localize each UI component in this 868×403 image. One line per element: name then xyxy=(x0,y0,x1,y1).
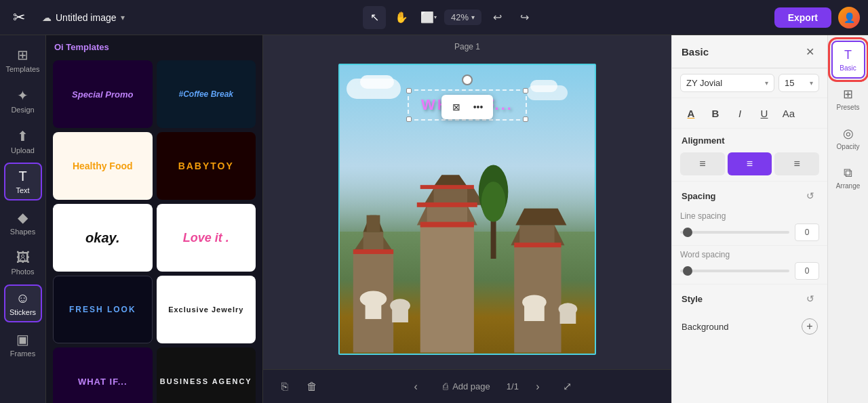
canvas-bottom-center: ‹ ⎙ Add page 1/1 › ⤢ xyxy=(405,376,578,398)
sidebar-item-text[interactable]: T Text xyxy=(4,163,42,200)
export-button[interactable]: Export xyxy=(774,7,831,28)
canvas-frame[interactable]: ⊠ ••• WHAT IF... xyxy=(338,64,596,355)
canvas-delete-button[interactable]: 🗑 xyxy=(301,376,323,398)
sidebar-label-design: Design xyxy=(11,106,34,114)
align-left-button[interactable]: ≡ xyxy=(680,152,725,175)
template-card-what-if[interactable]: WHAT IF... xyxy=(53,347,153,403)
background-row: Background + xyxy=(672,313,827,340)
right-sidebar-item-arrange[interactable]: ⧉ Arrange xyxy=(831,158,865,196)
undo-button[interactable]: ↩ xyxy=(486,6,509,29)
align-center-button[interactable]: ≡ xyxy=(728,152,772,175)
alignment-label: Alignment xyxy=(682,135,725,146)
sidebar-label-templates: Templates xyxy=(5,65,39,73)
template-card-exclusive-jewelry[interactable]: Exclusive Jewelry xyxy=(157,276,256,343)
canvas-bottom-left: ⎘ 🗑 xyxy=(274,376,323,398)
line-spacing-slider[interactable] xyxy=(680,231,789,234)
underline-label: U xyxy=(761,108,768,119)
resize-handle-bottom-left[interactable] xyxy=(406,116,412,122)
crop-text-button[interactable]: ⊠ xyxy=(447,98,466,116)
expand-button[interactable]: ⤢ xyxy=(557,376,578,398)
align-right-button[interactable]: ≡ xyxy=(774,152,819,175)
spacing-reset-button[interactable]: ↺ xyxy=(803,188,818,203)
redo-button[interactable]: ↪ xyxy=(513,6,536,29)
svg-rect-13 xyxy=(519,225,554,245)
canvas-copy-button[interactable]: ⎘ xyxy=(274,376,296,398)
svg-marker-14 xyxy=(515,208,566,225)
spacing-section-header: Spacing ↺ xyxy=(672,182,827,207)
template-card-okay[interactable]: okay. xyxy=(53,204,153,272)
font-selector[interactable]: ZY Jovial ▾ xyxy=(680,74,774,92)
template-label-exclusive-jewelry: Exclusive Jewelry xyxy=(168,305,243,314)
template-card-love-it[interactable]: Love it . xyxy=(157,204,256,272)
right-sidebar-item-presets[interactable]: ⊞ Presets xyxy=(831,80,865,118)
svg-rect-27 xyxy=(417,202,477,207)
sidebar-item-templates[interactable]: ⊞ Templates xyxy=(4,41,42,79)
bold-button[interactable]: B xyxy=(705,102,726,124)
sidebar-label-shapes: Shapes xyxy=(10,228,35,236)
template-label-okay: okay. xyxy=(85,230,119,246)
document-title[interactable]: Untitled image xyxy=(56,12,117,23)
sidebar-label-text: Text xyxy=(16,186,29,194)
resize-handle-top-left[interactable] xyxy=(406,88,412,93)
cloud-1b xyxy=(360,75,394,89)
oi-templates-label: Oi Templates xyxy=(54,42,109,52)
right-panel-close-button[interactable]: ✕ xyxy=(802,43,818,60)
svg-rect-20 xyxy=(524,302,545,321)
template-panel: Oi Templates Special Promo #Coffee Break… xyxy=(46,35,263,403)
word-spacing-value[interactable]: 0 xyxy=(795,262,819,280)
font-size-selector[interactable]: 15 ▾ xyxy=(778,74,819,92)
right-sidebar-item-basic[interactable]: T Basic xyxy=(831,41,865,79)
template-card-fresh-look[interactable]: FRESH LOOK xyxy=(53,276,153,343)
line-spacing-thumb[interactable] xyxy=(683,228,692,237)
background-add-button[interactable]: + xyxy=(802,318,818,335)
template-label-love-it: Love it . xyxy=(183,231,229,245)
word-spacing-row: 0 xyxy=(680,262,819,280)
user-avatar[interactable]: 👤 xyxy=(838,7,860,28)
case-button[interactable]: Aa xyxy=(778,102,800,124)
title-chevron[interactable]: ▾ xyxy=(121,13,125,22)
resize-handle-bottom-right[interactable] xyxy=(523,116,528,122)
sidebar-item-design[interactable]: ✦ Design xyxy=(4,81,42,119)
template-panel-header: Oi Templates xyxy=(46,35,262,56)
svg-point-25 xyxy=(481,182,506,221)
add-page-button[interactable]: ⎙ Add page xyxy=(435,377,498,396)
sidebar-item-frames[interactable]: ▣ Frames xyxy=(4,325,42,363)
opacity-label: Opacity xyxy=(837,143,860,150)
template-card-babytoy[interactable]: BABYTOY xyxy=(157,132,256,200)
font-color-button[interactable]: A xyxy=(680,102,702,124)
line-spacing-value[interactable]: 0 xyxy=(795,224,819,241)
template-card-business-agency[interactable]: BUSINESS AGENCY xyxy=(157,347,256,403)
template-card-special-promo[interactable]: Special Promo xyxy=(53,60,153,128)
sidebar-item-photos[interactable]: 🖼 Photos xyxy=(4,244,42,282)
next-page-button[interactable]: › xyxy=(527,376,549,398)
frame-tool-button[interactable]: ⬜ ▾ xyxy=(417,6,440,29)
word-spacing-slider[interactable] xyxy=(680,270,789,272)
align-center-icon: ≡ xyxy=(747,158,753,170)
word-spacing-thumb[interactable] xyxy=(683,266,692,276)
style-reset-button[interactable]: ↺ xyxy=(803,291,818,306)
template-grid: Special Promo #Coffee Break Healthy Food… xyxy=(46,56,262,403)
underline-button[interactable]: U xyxy=(753,102,775,124)
sidebar-label-frames: Frames xyxy=(10,349,35,358)
right-panel-header: Basic ✕ xyxy=(672,35,827,68)
select-tool-button[interactable]: ↖ xyxy=(363,6,386,29)
more-options-button[interactable]: ••• xyxy=(469,98,488,116)
italic-button[interactable]: I xyxy=(729,102,751,124)
svg-rect-18 xyxy=(392,305,408,322)
resize-handle-top-right[interactable] xyxy=(523,88,528,93)
template-card-coffee-break[interactable]: #Coffee Break xyxy=(157,60,256,128)
sidebar-item-stickers[interactable]: ☺ Stickers xyxy=(4,284,42,322)
canvas-scroll[interactable]: Page 1 xyxy=(263,35,671,369)
sidebar-item-shapes[interactable]: ◆ Shapes xyxy=(4,203,42,241)
align-right-icon: ≡ xyxy=(794,158,800,170)
rotate-handle[interactable] xyxy=(462,75,473,85)
sidebar-item-upload[interactable]: ⬆ Upload xyxy=(4,122,42,160)
template-card-healthy-food[interactable]: Healthy Food xyxy=(53,132,153,200)
hand-tool-button[interactable]: ✋ xyxy=(390,6,413,29)
prev-page-button[interactable]: ‹ xyxy=(405,376,427,398)
zoom-control[interactable]: 42% ▾ xyxy=(444,9,481,25)
right-sidebar-item-opacity[interactable]: ◎ Opacity xyxy=(831,119,865,157)
svg-rect-30 xyxy=(514,242,561,247)
presets-icon: ⊞ xyxy=(843,87,853,102)
text-element[interactable]: ⊠ ••• WHAT IF... xyxy=(408,89,527,121)
